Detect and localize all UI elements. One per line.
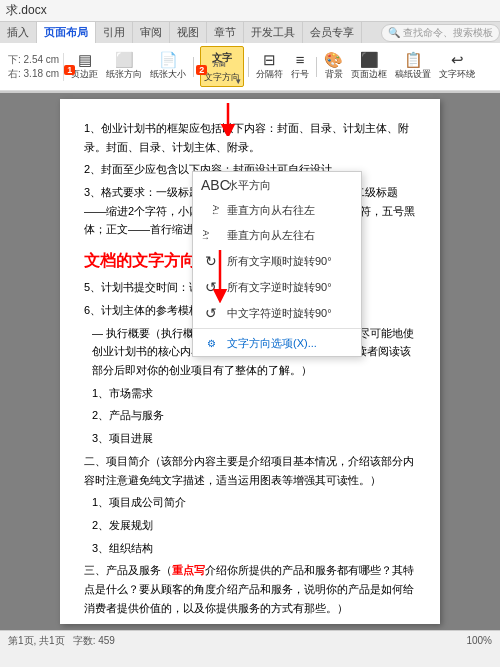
horizontal-icon: ABC (201, 177, 221, 193)
tab-developer[interactable]: 开发工具 (244, 22, 303, 43)
ribbon-buttons: 下: 2.54 cm 右: 3.18 cm 1 ▤ 页边距 ⬜ 纸张方向 📄 纸… (0, 43, 500, 91)
title-bar: 求.docx (0, 0, 500, 22)
search-placeholder: 查找命令、搜索模板 (403, 26, 493, 40)
bold-red-label: 重点写 (172, 564, 205, 576)
paragraph-10: 3、项目进展 (92, 429, 416, 448)
chinese-rotate-label: 中文字符逆时旋转90° (227, 306, 332, 321)
badge-number-1: 1 (64, 65, 75, 75)
tab-review[interactable]: 审阅 (133, 22, 170, 43)
search-icon: 🔍 (388, 27, 400, 38)
tab-member[interactable]: 会员专享 (303, 22, 362, 43)
rotate-ccw-icon: ↺ (201, 279, 221, 295)
vertical-ltr-icon: A↑ (201, 230, 221, 241)
margin-label: 页边距 (71, 68, 98, 81)
badge-number-2: 2 (196, 65, 207, 75)
margin-icon: ▤ (78, 52, 92, 69)
document-container[interactable]: 1、创业计划书的框架应包括以下内容：封面、目录、计划主体、附录。封面、目录、计划… (0, 93, 500, 630)
line-numbers-button[interactable]: ≡ 行号 (288, 50, 312, 84)
paragraph-14: 3、组织结构 (92, 539, 416, 558)
sep3 (316, 57, 317, 77)
paragraph-15: 三、产品及服务（重点写介绍你所提供的产品和服务都有哪些？其特点是什么？要从顾客的… (84, 561, 416, 617)
text-wrap-icon: ↩ (451, 52, 464, 69)
filename: 求.docx (6, 2, 47, 19)
rotate-ccw-label: 所有文字逆时旋转90° (227, 280, 332, 295)
horizontal-label: 水平方向 (227, 178, 271, 193)
dropdown-horizontal[interactable]: ABC 水平方向 (193, 172, 361, 198)
vertical-rtl-label: 垂直方向从右往左 (227, 203, 315, 218)
text-wrap-button[interactable]: ↩ 文字环绕 (436, 50, 478, 84)
background-label: 背景 (325, 68, 343, 81)
sep2 (248, 57, 249, 77)
paragraph-12: 1、项目成公司简介 (92, 493, 416, 512)
main-area: 1、创业计划书的框架应包括以下内容：封面、目录、计划主体、附录。封面、目录、计划… (0, 93, 500, 630)
chinese-rotate-icon: ↺ (201, 305, 221, 321)
text-wrap-label: 文字环绕 (439, 68, 475, 81)
status-view-controls: 100% (466, 635, 492, 646)
text-dir-svg: 文字 方向 (211, 49, 233, 67)
status-word-count: 字数: 459 (73, 634, 115, 648)
paragraph-9: 2、产品与服务 (92, 406, 416, 425)
status-page-info: 第1页, 共1页 (8, 634, 65, 648)
dropdown-vertical-rtl[interactable]: A↓ 垂直方向从右往左 (193, 198, 361, 223)
rotate-cw-label: 所有文字顺时旋转90° (227, 254, 332, 269)
text-direction-icon: 文字 方向 (211, 49, 233, 70)
dropdown-arrow-icon: ▼ (234, 77, 242, 86)
search-area: 🔍 查找命令、搜索模板 (381, 24, 500, 42)
paragraph-13: 2、发展规划 (92, 516, 416, 535)
paper-settings-icon: 📋 (404, 52, 423, 69)
dropdown-options[interactable]: ⚙ 文字方向选项(X)... (193, 331, 361, 356)
paper-size-label: 纸张大小 (150, 68, 186, 81)
dropdown-rotate-cw[interactable]: ↻ 所有文字顺时旋转90° (193, 248, 361, 274)
tab-section[interactable]: 章节 (207, 22, 244, 43)
tab-row: 插入 页面布局 引用 审阅 视图 章节 开发工具 会员专享 🔍 查找命令、搜索模… (0, 22, 500, 43)
orientation-button[interactable]: ⬜ 纸张方向 (103, 50, 145, 84)
tab-insert[interactable]: 插入 (0, 22, 37, 43)
tab-page-layout[interactable]: 页面布局 (37, 22, 96, 43)
orientation-icon: ⬜ (115, 52, 134, 69)
vertical-rtl-icon: A↓ (201, 205, 221, 216)
margin-right-label: 右: 3.18 cm (8, 67, 59, 81)
background-button[interactable]: 🎨 背景 (321, 50, 346, 84)
sep1 (193, 57, 194, 77)
tab-reference[interactable]: 引用 (96, 22, 133, 43)
search-box[interactable]: 🔍 查找命令、搜索模板 (381, 24, 500, 42)
margin-bottom-label: 下: 2.54 cm (8, 53, 59, 67)
paper-settings-button[interactable]: 📋 稿纸设置 (392, 50, 434, 84)
paragraph-11: 二、项目简介（该部分内容主要是介绍项目基本情况，介绍该部分内容时注意避免纯文字描… (84, 452, 416, 489)
line-numbers-label: 行号 (291, 68, 309, 81)
paper-size-icon: 📄 (159, 52, 178, 69)
text-direction-dropdown: ABC 水平方向 A↓ 垂直方向从右往左 A↑ 垂直方向从左往右 ↻ 所有文字顺… (192, 171, 362, 357)
paragraph-8: 1、市场需求 (92, 384, 416, 403)
separator-icon: ⊟ (263, 52, 276, 69)
dropdown-divider (193, 328, 361, 329)
ribbon-container: 求.docx 插入 页面布局 引用 审阅 视图 章节 开发工具 会员专享 🔍 查… (0, 0, 500, 93)
separator-button[interactable]: ⊟ 分隔符 (253, 50, 286, 84)
options-label: 文字方向选项(X)... (227, 336, 317, 351)
tab-view[interactable]: 视图 (170, 22, 207, 43)
separator-label: 分隔符 (256, 68, 283, 81)
paragraph-1: 1、创业计划书的框架应包括以下内容：封面、目录、计划主体、附录。封面、目录、计划… (84, 119, 416, 156)
svg-text:方向: 方向 (211, 60, 226, 67)
orientation-label: 纸张方向 (106, 68, 142, 81)
vertical-ltr-label: 垂直方向从左往右 (227, 228, 315, 243)
page-border-button[interactable]: ⬛ 页面边框 (348, 50, 390, 84)
page-border-icon: ⬛ (360, 52, 379, 69)
dropdown-rotate-ccw[interactable]: ↺ 所有文字逆时旋转90° (193, 274, 361, 300)
paper-settings-label: 稿纸设置 (395, 68, 431, 81)
bottom-status-bar: 第1页, 共1页 字数: 459 100% (0, 630, 500, 650)
page-border-label: 页面边框 (351, 68, 387, 81)
dropdown-chinese-rotate[interactable]: ↺ 中文字符逆时旋转90° (193, 300, 361, 326)
line-numbers-icon: ≡ (296, 52, 305, 69)
paper-size-button[interactable]: 📄 纸张大小 (147, 50, 189, 84)
options-icon: ⚙ (201, 338, 221, 349)
rotate-cw-icon: ↻ (201, 253, 221, 269)
background-icon: 🎨 (324, 52, 343, 69)
dropdown-vertical-ltr[interactable]: A↑ 垂直方向从左往右 (193, 223, 361, 248)
